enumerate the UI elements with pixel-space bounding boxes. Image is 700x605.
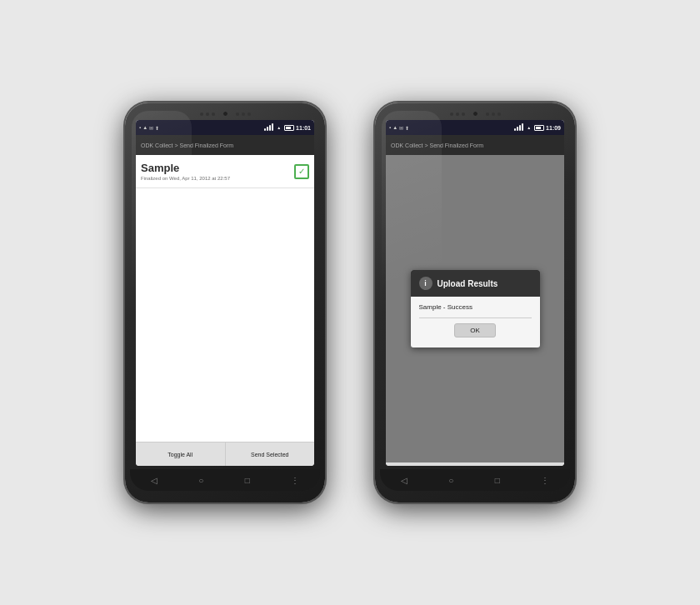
phone-1: ▪ ▲ ✉ ⬆ ▲ 11:01 ODK Collec — [125, 102, 325, 502]
usb-icon-2: ⬆ — [405, 125, 409, 131]
battery-fill — [286, 127, 291, 129]
status-time-2: 11:09 — [546, 125, 561, 131]
status-time-1: 11:01 — [296, 125, 311, 131]
action-bar-1: ODK Collect > Send Finalized Form — [136, 135, 314, 155]
action-bar-title-1: ODK Collect > Send Finalized Form — [141, 142, 233, 148]
signal-bar-2-2 — [517, 127, 518, 131]
speaker-dot — [242, 112, 245, 116]
home-icon[interactable]: ○ — [198, 476, 203, 485]
dialog-title-bar: i Upload Results — [411, 270, 540, 297]
status-right-2: ▲ 11:09 — [514, 124, 561, 131]
screen-content-1: Sample Finalized on Wed, Apr 11, 2012 at… — [136, 155, 314, 442]
phone-1-top — [130, 111, 320, 117]
screen-spacer-1 — [136, 188, 314, 442]
dialog-ok-button[interactable]: OK — [454, 323, 496, 338]
wifi-icon: ▲ — [277, 125, 281, 130]
form-item-text: Sample Finalized on Wed, Apr 11, 2012 at… — [141, 162, 294, 181]
send-selected-button[interactable]: Send Selected — [226, 442, 315, 466]
dialog-divider — [419, 318, 532, 318]
signal-bar-1-2 — [514, 128, 516, 131]
menu-icon-2[interactable]: ⋮ — [541, 476, 549, 485]
back-icon-2[interactable]: ◁ — [401, 476, 408, 485]
dialog-info-icon: i — [419, 277, 432, 290]
speaker-dot — [450, 112, 453, 116]
status-bar-2: ▪ ▲ ✉ ⬆ ▲ 11:09 — [386, 120, 564, 135]
toggle-all-button[interactable]: Toggle All — [136, 442, 226, 466]
speaker-dot — [236, 112, 239, 116]
speaker-dot — [486, 112, 489, 116]
phone-1-screen: ▪ ▲ ✉ ⬆ ▲ 11:01 ODK Collec — [136, 120, 314, 466]
notification-icon: ▲ — [142, 125, 148, 130]
bottom-buttons-1: Toggle All Send Selected — [136, 442, 314, 466]
screen-bottom-bar — [386, 462, 564, 466]
signal-bars-2 — [514, 124, 523, 131]
nav-bar-2: ◁ ○ □ ⋮ — [380, 469, 570, 491]
sim-icon: ▪ — [139, 125, 141, 130]
wifi-icon-2: ▲ — [527, 125, 531, 130]
mail-icon: ✉ — [149, 125, 153, 131]
action-bar-title-2: ODK Collect > Send Finalized Form — [391, 142, 483, 148]
menu-icon[interactable]: ⋮ — [291, 476, 299, 485]
status-icons-left-2: ▪ ▲ ✉ ⬆ — [389, 125, 409, 131]
phone-2: ▪ ▲ ✉ ⬆ ▲ 11:09 ODK Collec — [375, 102, 575, 502]
status-icons-left: ▪ ▲ ✉ ⬆ — [139, 125, 159, 131]
form-title: Sample — [141, 162, 294, 174]
phone-2-screen: ▪ ▲ ✉ ⬆ ▲ 11:09 ODK Collec — [386, 120, 564, 466]
camera-lens — [222, 111, 228, 117]
battery-icon — [284, 125, 294, 131]
recent-icon-2[interactable]: □ — [495, 476, 500, 485]
dialog-message: Sample - Success — [419, 303, 532, 311]
speaker-dot — [248, 112, 251, 116]
dialog-overlay: i Upload Results Sample - Success OK — [386, 155, 564, 462]
dialog-body: Sample - Success OK — [411, 297, 540, 348]
form-subtitle: Finalized on Wed, Apr 11, 2012 at 22:57 — [141, 176, 294, 181]
battery-fill-2 — [536, 127, 541, 129]
form-item[interactable]: Sample Finalized on Wed, Apr 11, 2012 at… — [136, 155, 314, 188]
dialog-box: i Upload Results Sample - Success OK — [411, 270, 540, 348]
home-icon-2[interactable]: ○ — [448, 476, 453, 485]
speaker-dot — [492, 112, 495, 116]
speaker-dot — [212, 112, 215, 116]
speaker-dot — [498, 112, 501, 116]
form-checkbox[interactable]: ✓ — [294, 164, 309, 179]
signal-bar-1 — [264, 128, 266, 131]
signal-bar-2 — [267, 127, 268, 131]
status-right-1: ▲ 11:01 — [264, 124, 311, 131]
speaker-dot — [462, 112, 465, 116]
recent-icon[interactable]: □ — [245, 476, 250, 485]
action-bar-2: ODK Collect > Send Finalized Form — [386, 135, 564, 155]
signal-bar-3-2 — [519, 125, 521, 131]
notification-icon-2: ▲ — [392, 125, 398, 130]
signal-bar-4 — [272, 123, 273, 131]
camera-lens-2 — [472, 111, 478, 117]
signal-bar-3 — [269, 125, 271, 131]
speaker-dot — [200, 112, 203, 116]
mail-icon-2: ✉ — [399, 125, 403, 131]
back-icon[interactable]: ◁ — [151, 476, 158, 485]
battery-icon-2 — [534, 125, 544, 131]
status-bar-1: ▪ ▲ ✉ ⬆ ▲ 11:01 — [136, 120, 314, 135]
speaker-dot — [456, 112, 459, 116]
sim-icon-2: ▪ — [389, 125, 391, 130]
usb-icon: ⬆ — [155, 125, 159, 131]
nav-bar-1: ◁ ○ □ ⋮ — [130, 469, 320, 491]
screen-content-2: i Upload Results Sample - Success OK — [386, 155, 564, 462]
dialog-title: Upload Results — [438, 279, 498, 288]
phone-2-top — [380, 111, 570, 117]
signal-bars — [264, 124, 273, 131]
speaker-dot — [206, 112, 209, 116]
signal-bar-4-2 — [522, 123, 523, 131]
